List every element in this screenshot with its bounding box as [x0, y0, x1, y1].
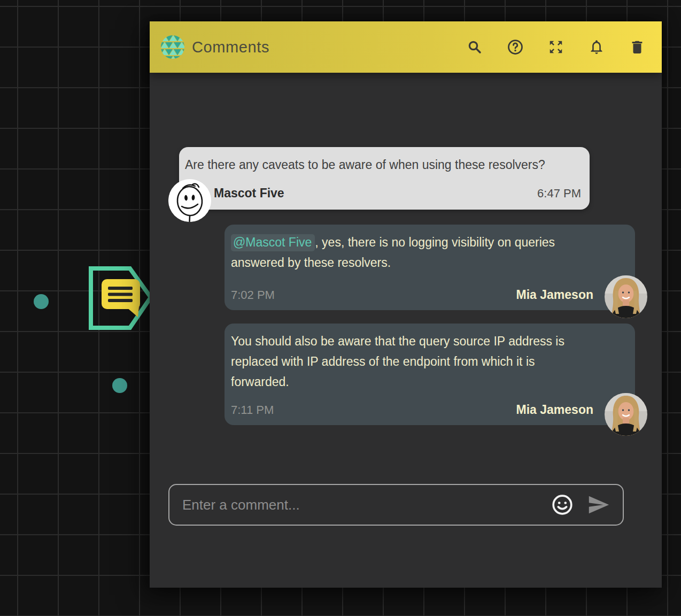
- app-logo-icon: [160, 35, 185, 59]
- comment-author: Mia Jameson: [516, 288, 593, 302]
- comment-time: 7:02 PM: [231, 288, 275, 302]
- panel-header: Comments: [150, 21, 662, 73]
- comments-panel: Comments Are there any caveats to be awa…: [150, 21, 662, 588]
- avatar-mia-jameson: [605, 275, 647, 318]
- comment-text: Are there any caveats to be aware of whe…: [179, 147, 590, 174]
- notifications-icon[interactable]: [588, 38, 605, 56]
- mention-chip[interactable]: @Mascot Five: [231, 234, 315, 251]
- comment-bubble[interactable]: Are there any caveats to be aware of whe…: [179, 147, 590, 210]
- comment-author: Mia Jameson: [516, 403, 593, 417]
- comment-bubble[interactable]: You should also be aware that the query …: [225, 324, 635, 425]
- help-icon[interactable]: [507, 38, 524, 56]
- header-toolbar: [466, 38, 646, 56]
- comment-bubble[interactable]: @Mascot Five, yes, there is no logging v…: [225, 225, 635, 310]
- expand-icon[interactable]: [547, 38, 564, 56]
- search-icon[interactable]: [466, 38, 483, 56]
- comment-input[interactable]: [181, 496, 551, 514]
- avatar-mia-jameson: [605, 393, 647, 436]
- canvas-dot[interactable]: [112, 378, 127, 393]
- comment-time: 6:47 PM: [537, 187, 581, 201]
- comment-author: Mascot Five: [214, 186, 284, 201]
- comment-time: 7:11 PM: [231, 403, 274, 417]
- comment-composer: [168, 484, 624, 526]
- send-icon[interactable]: [586, 492, 611, 517]
- avatar-mascot-five: [168, 179, 211, 222]
- comment-text: You should also be aware that the query …: [225, 324, 635, 392]
- comment-marker-icon[interactable]: [99, 277, 144, 319]
- canvas-dot[interactable]: [34, 294, 49, 309]
- panel-title: Comments: [192, 38, 466, 56]
- emoji-icon[interactable]: [551, 494, 574, 516]
- comment-text: @Mascot Five, yes, there is no logging v…: [225, 225, 635, 273]
- delete-icon[interactable]: [629, 38, 646, 56]
